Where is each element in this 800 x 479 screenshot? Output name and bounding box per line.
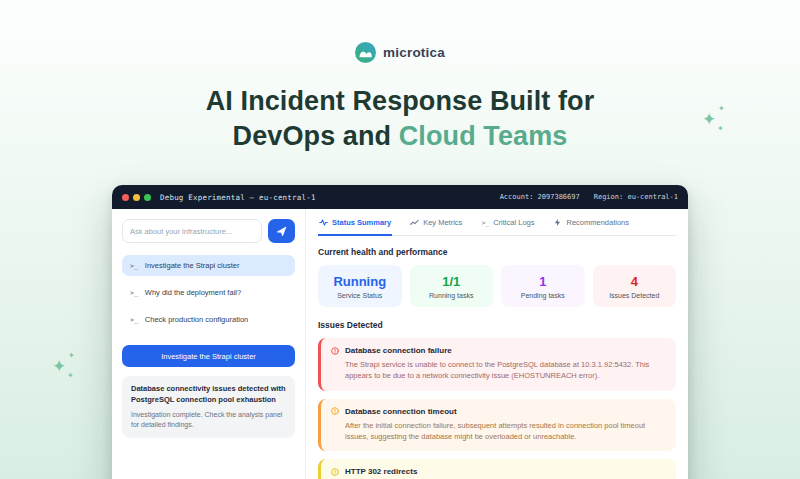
investigation-result-panel: Database connectivity issues detected wi… [122,376,295,438]
close-button[interactable] [122,194,129,201]
issue-title: Database connection timeout [345,407,457,416]
tab-label: Recommendations [566,218,629,227]
account-info: Account: 2097386697 [500,193,580,201]
minimize-button[interactable] [133,194,140,201]
prompt-investigate-strapi[interactable]: >_ Investigate the Strapi cluster [122,255,295,276]
tab-bar: Status Summary Key Metrics >_ Critical L… [318,209,676,236]
tab-label: Key Metrics [423,218,462,227]
service-status-card: Running Service Status [318,265,402,307]
chat-sidebar: >_ Investigate the Strapi cluster >_ Why… [112,209,306,479]
microtica-logo-icon [355,42,376,63]
zap-icon [553,218,562,227]
activity-icon [319,218,328,227]
page-title: AI Incident Response Built for DevOps an… [0,84,800,153]
running-tasks-label: Running tasks [413,292,491,299]
running-tasks-value: 1/1 [413,274,491,289]
brand-logo: microtica [0,42,800,63]
app-window: Debug Experimental — eu-central-1 Accoun… [112,185,688,479]
service-status-label: Service Status [321,292,399,299]
pending-tasks-card: 1 Pending tasks [501,265,585,307]
headline-line2: DevOps and [233,121,399,151]
alert-circle-icon [331,468,339,476]
window-titlebar: Debug Experimental — eu-central-1 Accoun… [112,185,688,209]
issue-card-db-connection-timeout: Database connection timeout After the in… [318,399,676,452]
tab-label: Status Summary [332,218,391,227]
region-info: Region: eu-central-1 [594,193,678,201]
tab-critical-logs[interactable]: >_ Critical Logs [480,209,535,236]
issue-card-db-connection-failure: Database connection failure The Strapi s… [318,338,676,391]
headline-highlight: Cloud Teams [399,121,568,151]
headline-line1: AI Incident Response Built for [206,86,595,116]
terminal-icon: >_ [130,289,138,297]
prompt-deployment-fail[interactable]: >_ Why did the deployment fail? [122,282,295,303]
window-title: Debug Experimental — eu-central-1 [160,193,316,202]
alert-circle-icon [331,407,339,415]
running-tasks-card: 1/1 Running tasks [410,265,494,307]
titlebar-meta: Account: 2097386697 Region: eu-central-1 [500,193,678,201]
tab-key-metrics[interactable]: Key Metrics [409,209,463,236]
suggested-prompts: >_ Investigate the Strapi cluster >_ Why… [122,255,295,330]
issues-detected-value: 4 [596,274,674,289]
sparkle-decoration-right: ✦✦✦ [702,103,732,137]
tab-status-summary[interactable]: Status Summary [318,209,392,236]
analysis-panel: Status Summary Key Metrics >_ Critical L… [306,209,688,479]
alert-circle-icon [331,347,339,355]
pending-tasks-value: 1 [504,274,582,289]
sparkle-decoration-left: ✦✦✦ [52,350,82,384]
service-status-value: Running [321,274,399,289]
maximize-button[interactable] [144,194,151,201]
tab-recommendations[interactable]: Recommendations [552,209,630,236]
issues-detected-card: 4 Issues Detected [593,265,677,307]
issues-detected-label: Issues Detected [596,292,674,299]
terminal-icon: >_ [130,262,138,270]
terminal-icon: >_ [481,219,489,227]
prompt-check-production[interactable]: >_ Check production configuration [122,309,295,330]
window-controls [122,194,151,201]
issue-title: Database connection failure [345,346,452,355]
status-cards: Running Service Status 1/1 Running tasks… [318,265,676,307]
ask-infrastructure-input[interactable] [122,219,262,243]
investigate-strapi-cluster-button[interactable]: Investigate the Strapi cluster [122,345,295,367]
send-button[interactable] [268,219,295,243]
issue-card-http-302-redirects: HTTP 302 redirects The service is respon… [318,459,676,479]
issues-section-title: Issues Detected [318,320,676,330]
result-title: Database connectivity issues detected wi… [131,384,286,406]
issue-description: After the initial connection failure, su… [345,420,666,443]
issue-description: The Strapi service is unable to connect … [345,359,666,382]
result-subtitle: Investigation complete. Check the analys… [131,410,286,430]
tab-label: Critical Logs [493,218,534,227]
pending-tasks-label: Pending tasks [504,292,582,299]
send-icon [276,226,287,237]
brand-name: microtica [383,45,445,60]
prompt-label: Check production configuration [145,315,248,324]
prompt-label: Why did the deployment fail? [145,288,241,297]
health-section-title: Current health and performance [318,247,676,257]
terminal-icon: >_ [130,316,138,324]
prompt-label: Investigate the Strapi cluster [145,261,240,270]
issue-title: HTTP 302 redirects [345,467,417,476]
trend-chart-icon [410,218,419,227]
